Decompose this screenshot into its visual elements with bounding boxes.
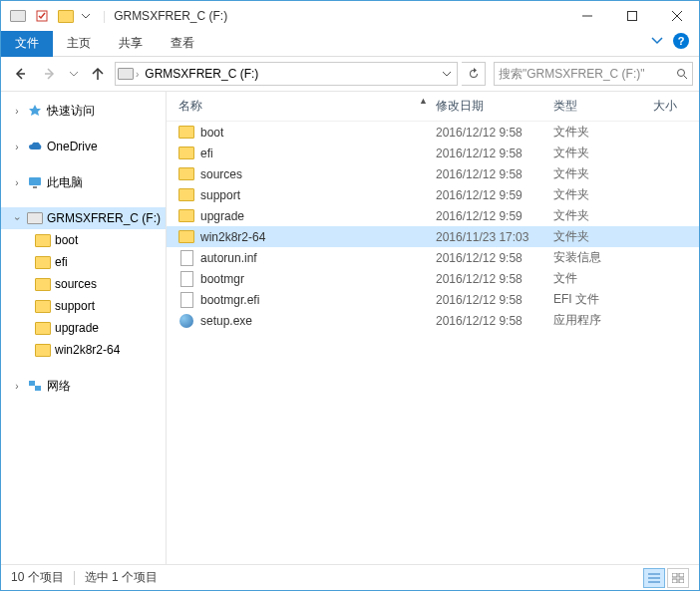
column-type[interactable]: 类型 [549, 96, 649, 117]
window-controls [564, 2, 699, 31]
sidebar-subfolder[interactable]: upgrade [1, 317, 166, 339]
thumbnails-view-button[interactable] [667, 568, 689, 588]
search-placeholder: 搜索"GRMSXFRER_C (F:)" [499, 66, 645, 83]
tab-share[interactable]: 共享 [105, 31, 157, 57]
collapse-icon[interactable]: › [12, 212, 23, 224]
grid-icon [672, 573, 684, 583]
control-menu-icon[interactable] [7, 5, 29, 27]
tab-view[interactable]: 查看 [157, 31, 208, 57]
drive-icon [118, 66, 134, 82]
file-name-cell: setup.exe [175, 313, 432, 329]
chevron-down-icon [82, 12, 90, 20]
qat-properties-button[interactable] [31, 5, 53, 27]
address-bar[interactable]: › GRMSXFRER_C (F:) [115, 62, 458, 86]
file-row[interactable]: bootmgr.efi2016/12/12 9:58EFI 文件 [167, 289, 699, 310]
file-type-cell: 安装信息 [549, 249, 649, 266]
tab-file[interactable]: 文件 [1, 31, 53, 57]
ribbon: 文件 主页 共享 查看 ? [1, 31, 699, 57]
sidebar-subfolder[interactable]: win2k8r2-64 [1, 339, 166, 361]
sidebar-quickaccess[interactable]: › 快速访问 [1, 100, 166, 122]
sidebar-subfolder[interactable]: sources [1, 273, 166, 295]
file-date-cell: 2016/12/12 9:58 [432, 126, 549, 140]
folder-icon [35, 320, 51, 336]
chevron-down-icon [443, 70, 451, 78]
forward-button[interactable] [37, 61, 63, 87]
drive-icon [10, 8, 26, 24]
expand-ribbon-icon[interactable] [651, 35, 663, 47]
file-row[interactable]: sources2016/12/12 9:58文件夹 [167, 163, 699, 184]
refresh-button[interactable] [462, 62, 486, 86]
sort-indicator-icon: ▲ [419, 96, 428, 106]
file-date-cell: 2016/12/12 9:58 [432, 251, 549, 265]
column-size[interactable]: 大小 [649, 96, 699, 117]
qat-newfolder-button[interactable] [55, 5, 77, 27]
svg-rect-12 [29, 381, 35, 386]
file-row[interactable]: efi2016/12/12 9:58文件夹 [167, 143, 699, 163]
file-icon [178, 271, 194, 287]
details-view-button[interactable] [643, 568, 665, 588]
folder-icon [178, 146, 194, 161]
file-row[interactable]: support2016/12/12 9:59文件夹 [167, 184, 699, 205]
file-row[interactable]: autorun.inf2016/12/12 9:58安装信息 [167, 247, 699, 268]
folder-icon [178, 125, 194, 141]
file-row[interactable]: boot2016/12/12 9:58文件夹 [167, 122, 699, 143]
cloud-icon [27, 139, 43, 154]
window-title: GRMSXFRER_C (F:) [114, 9, 227, 23]
file-list-pane: 名称▲ 修改日期 类型 大小 boot2016/12/12 9:58文件夹efi… [167, 92, 699, 564]
file-type-cell: 文件夹 [549, 186, 649, 203]
sidebar-item-label: 网络 [47, 378, 71, 395]
navigation-bar: › GRMSXFRER_C (F:) 搜索"GRMSXFRER_C (F:)" [1, 57, 699, 91]
search-box[interactable]: 搜索"GRMSXFRER_C (F:)" [494, 62, 693, 86]
minimize-button[interactable] [564, 2, 609, 31]
file-name-cell: bootmgr.efi [175, 292, 432, 308]
sidebar-subfolder[interactable]: support [1, 295, 166, 317]
sidebar-onedrive[interactable]: › OneDrive [1, 136, 166, 157]
sidebar-item-label: support [55, 299, 95, 313]
file-name-cell: sources [175, 166, 432, 182]
qat-customize-button[interactable] [79, 5, 93, 27]
sidebar-subfolder[interactable]: efi [1, 251, 166, 273]
sidebar-drive[interactable]: › GRMSXFRER_C (F:) [1, 207, 166, 229]
sidebar-network[interactable]: › 网络 [1, 375, 166, 397]
close-icon [672, 11, 682, 21]
file-row[interactable]: bootmgr2016/12/12 9:58文件 [167, 268, 699, 289]
chevron-right-icon: › [136, 69, 139, 80]
svg-rect-19 [672, 579, 677, 583]
file-row[interactable]: upgrade2016/12/12 9:59文件夹 [167, 205, 699, 226]
expand-icon[interactable]: › [11, 106, 23, 117]
column-headers: 名称▲ 修改日期 类型 大小 [167, 92, 699, 122]
folder-icon [35, 298, 51, 314]
content-area: › 快速访问 › OneDrive › 此电脑 › GRMSXFRER_ [1, 91, 699, 564]
recent-locations-button[interactable] [67, 61, 81, 87]
status-bar: 10 个项目 选中 1 个项目 [1, 564, 699, 590]
column-date[interactable]: 修改日期 [432, 96, 549, 117]
file-name-cell: efi [175, 146, 432, 161]
expand-icon[interactable]: › [11, 177, 23, 188]
close-button[interactable] [654, 2, 699, 31]
tab-home[interactable]: 主页 [53, 31, 105, 57]
column-name[interactable]: 名称▲ [175, 96, 432, 117]
folder-icon [178, 187, 194, 203]
file-type-cell: 文件 [549, 270, 649, 287]
sidebar-item-label: sources [55, 277, 97, 291]
back-button[interactable] [7, 61, 33, 87]
file-name-cell: support [175, 187, 432, 203]
drive-icon [27, 210, 43, 226]
expand-icon[interactable]: › [11, 381, 23, 392]
folder-icon [35, 276, 51, 292]
expand-icon[interactable]: › [11, 142, 23, 152]
maximize-button[interactable] [609, 2, 654, 31]
computer-icon [27, 174, 43, 190]
file-list[interactable]: boot2016/12/12 9:58文件夹efi2016/12/12 9:58… [167, 122, 699, 564]
sidebar-subfolder[interactable]: boot [1, 229, 166, 251]
sidebar-item-label: GRMSXFRER_C (F:) [47, 211, 161, 225]
address-dropdown[interactable] [439, 70, 455, 78]
sidebar-thispc[interactable]: › 此电脑 [1, 171, 166, 193]
file-row[interactable]: win2k8r2-642016/11/23 17:03文件夹 [167, 226, 699, 247]
up-button[interactable] [85, 61, 111, 87]
search-icon [676, 68, 688, 80]
breadcrumb-segment[interactable]: GRMSXFRER_C (F:) [141, 67, 262, 81]
file-date-cell: 2016/12/12 9:58 [432, 272, 549, 286]
help-button[interactable]: ? [673, 33, 689, 49]
file-row[interactable]: setup.exe2016/12/12 9:58应用程序 [167, 310, 699, 331]
